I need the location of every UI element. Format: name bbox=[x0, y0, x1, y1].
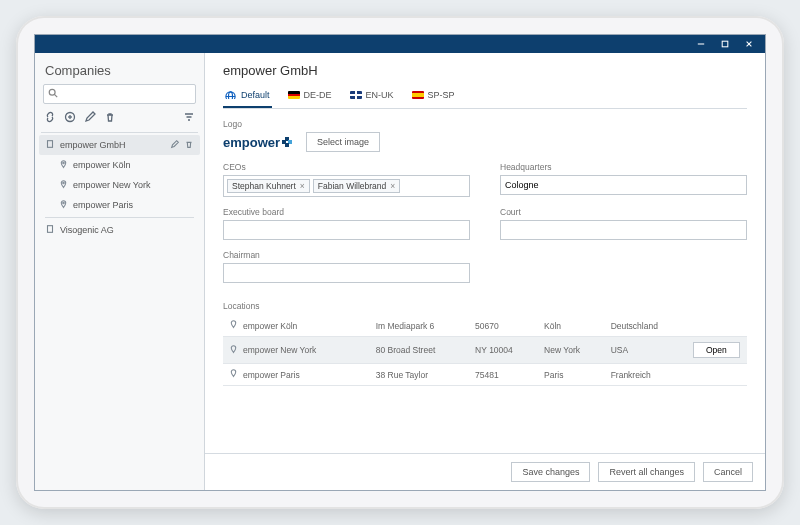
chip-remove-icon[interactable]: × bbox=[390, 181, 395, 191]
chairman-label: Chairman bbox=[223, 250, 470, 260]
tree-item-visogenic[interactable]: Visogenic AG bbox=[39, 220, 200, 240]
tab-label: SP-SP bbox=[428, 90, 455, 100]
tree-item-empower-koeln[interactable]: empower Köln bbox=[39, 155, 200, 175]
svg-point-16 bbox=[226, 92, 235, 99]
divider bbox=[41, 132, 198, 133]
svg-point-13 bbox=[63, 182, 65, 184]
ceo-chip: Fabian Willebrand× bbox=[313, 179, 400, 193]
edit-icon[interactable] bbox=[170, 139, 180, 151]
search-input[interactable] bbox=[62, 89, 191, 99]
location-country: Frankreich bbox=[605, 364, 687, 386]
building-icon bbox=[45, 224, 55, 236]
page-title: empower GmbH bbox=[223, 63, 747, 78]
chip-label: Fabian Willebrand bbox=[318, 181, 387, 191]
tree-item-label: empower GmbH bbox=[60, 140, 126, 150]
svg-rect-15 bbox=[48, 226, 53, 233]
hq-input[interactable] bbox=[500, 175, 747, 195]
footer-actions: Save changes Revert all changes Cancel bbox=[205, 453, 765, 490]
location-zip: 75481 bbox=[469, 364, 538, 386]
sidebar-toolbar bbox=[35, 104, 204, 130]
svg-point-14 bbox=[63, 202, 65, 204]
location-city: New York bbox=[538, 337, 605, 364]
svg-rect-9 bbox=[48, 141, 53, 148]
court-label: Court bbox=[500, 207, 747, 217]
company-tree: empower GmbH empower Köln empower New Yo… bbox=[35, 135, 204, 490]
tree-item-empower-gmbh[interactable]: empower GmbH bbox=[39, 135, 200, 155]
divider bbox=[45, 217, 194, 218]
filter-icon[interactable] bbox=[182, 110, 196, 124]
flag-uk-icon bbox=[350, 91, 362, 99]
tab-label: DE-DE bbox=[304, 90, 332, 100]
chip-remove-icon[interactable]: × bbox=[300, 181, 305, 191]
locations-table: empower Köln Im Mediapark 6 50670 Köln D… bbox=[223, 315, 747, 386]
save-button[interactable]: Save changes bbox=[511, 462, 590, 482]
locale-tabs: Default DE-DE EN-UK SP-SP bbox=[223, 86, 747, 109]
revert-button[interactable]: Revert all changes bbox=[598, 462, 695, 482]
add-company-icon[interactable] bbox=[63, 110, 77, 124]
pin-icon bbox=[59, 180, 68, 191]
court-input[interactable] bbox=[500, 220, 747, 240]
open-location-button[interactable]: Open bbox=[693, 342, 740, 358]
delete-icon[interactable] bbox=[184, 139, 194, 151]
globe-icon bbox=[225, 91, 237, 99]
location-row[interactable]: empower Paris 38 Rue Taylor 75481 Paris … bbox=[223, 364, 747, 386]
ceo-chip: Stephan Kuhnert× bbox=[227, 179, 310, 193]
location-row[interactable]: empower New York 80 Broad Street NY 1000… bbox=[223, 337, 747, 364]
tab-uk[interactable]: EN-UK bbox=[348, 86, 396, 108]
window-close-button[interactable] bbox=[737, 35, 761, 53]
building-icon bbox=[45, 139, 55, 151]
location-country: Deutschland bbox=[605, 315, 687, 337]
device-frame: Companies empower GmbH bbox=[16, 16, 784, 509]
svg-line-5 bbox=[55, 95, 58, 98]
delete-icon[interactable] bbox=[103, 110, 117, 124]
location-zip: 50670 bbox=[469, 315, 538, 337]
titlebar bbox=[35, 35, 765, 53]
pin-icon bbox=[229, 345, 238, 356]
link-icon[interactable] bbox=[43, 110, 57, 124]
app-window: Companies empower GmbH bbox=[34, 34, 766, 491]
ceos-label: CEOs bbox=[223, 162, 470, 172]
pin-icon bbox=[229, 369, 238, 380]
tree-item-empower-newyork[interactable]: empower New York bbox=[39, 175, 200, 195]
svg-rect-1 bbox=[722, 41, 728, 47]
search-box[interactable] bbox=[43, 84, 196, 104]
pin-icon bbox=[59, 160, 68, 171]
svg-point-17 bbox=[228, 92, 232, 99]
locations-label: Locations bbox=[223, 301, 747, 311]
ceos-input[interactable]: Stephan Kuhnert× Fabian Willebrand× bbox=[223, 175, 470, 197]
tab-default[interactable]: Default bbox=[223, 86, 272, 108]
tab-de[interactable]: DE-DE bbox=[286, 86, 334, 108]
window-maximize-button[interactable] bbox=[713, 35, 737, 53]
tab-label: Default bbox=[241, 90, 270, 100]
tab-label: EN-UK bbox=[366, 90, 394, 100]
main-panel: empower GmbH Default DE-DE EN-UK SP-SP L… bbox=[205, 53, 765, 490]
chip-label: Stephan Kuhnert bbox=[232, 181, 296, 191]
location-name: empower New York bbox=[243, 345, 316, 355]
pin-icon bbox=[59, 200, 68, 211]
location-name: empower Köln bbox=[243, 321, 297, 331]
flag-sp-icon bbox=[412, 91, 424, 99]
hq-label: Headquarters bbox=[500, 162, 747, 172]
sidebar: Companies empower GmbH bbox=[35, 53, 205, 490]
logo-text: empower bbox=[223, 135, 280, 150]
flag-de-icon bbox=[288, 91, 300, 99]
location-row[interactable]: empower Köln Im Mediapark 6 50670 Köln D… bbox=[223, 315, 747, 337]
location-street: 38 Rue Taylor bbox=[370, 364, 469, 386]
location-street: Im Mediapark 6 bbox=[370, 315, 469, 337]
exec-board-input[interactable] bbox=[223, 220, 470, 240]
cancel-button[interactable]: Cancel bbox=[703, 462, 753, 482]
tree-item-label: empower Köln bbox=[73, 160, 131, 170]
content-area: Logo empower Select image CEOs Stephan K… bbox=[205, 109, 765, 453]
search-icon bbox=[48, 88, 58, 100]
main-header: empower GmbH Default DE-DE EN-UK SP-SP bbox=[205, 53, 765, 109]
tree-item-label: empower Paris bbox=[73, 200, 133, 210]
tree-item-empower-paris[interactable]: empower Paris bbox=[39, 195, 200, 215]
company-logo: empower bbox=[223, 135, 292, 150]
location-zip: NY 10004 bbox=[469, 337, 538, 364]
tab-sp[interactable]: SP-SP bbox=[410, 86, 457, 108]
window-minimize-button[interactable] bbox=[689, 35, 713, 53]
select-image-button[interactable]: Select image bbox=[306, 132, 380, 152]
sidebar-title: Companies bbox=[35, 53, 204, 84]
chairman-input[interactable] bbox=[223, 263, 470, 283]
edit-icon[interactable] bbox=[83, 110, 97, 124]
